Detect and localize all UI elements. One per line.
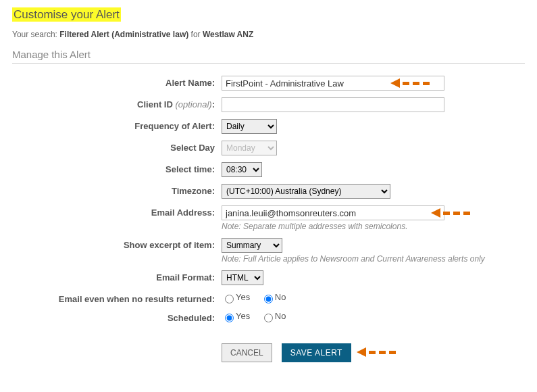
search-query: Filtered Alert (Administrative law) <box>59 30 188 39</box>
cancel-button[interactable]: CANCEL <box>222 343 272 362</box>
save-alert-button[interactable]: SAVE ALERT <box>282 343 351 362</box>
label-client-id: Client ID (optional): <box>12 97 222 109</box>
scheduled-no-radio[interactable] <box>264 314 273 322</box>
label-frequency: Frequency of Alert: <box>12 119 222 131</box>
excerpt-select[interactable]: Summary <box>222 238 282 253</box>
label-format: Email Format: <box>12 270 222 283</box>
label-select-day: Select Day <box>12 141 222 153</box>
no-results-no-label[interactable]: No <box>261 292 286 302</box>
scheduled-no-label[interactable]: No <box>261 311 286 321</box>
no-results-yes-radio[interactable] <box>225 295 234 303</box>
search-db: Westlaw ANZ <box>203 30 253 39</box>
label-no-results: Email even when no results returned: <box>12 292 222 304</box>
label-select-time: Select time: <box>12 162 222 174</box>
alert-name-input[interactable] <box>222 76 444 91</box>
page-title: Customise your Alert <box>12 7 121 22</box>
timezone-select[interactable]: (UTC+10:00) Australia (Sydney) <box>222 184 390 199</box>
client-id-input[interactable] <box>222 97 444 112</box>
scheduled-yes-label[interactable]: Yes <box>222 311 250 321</box>
label-timezone: Timezone: <box>12 184 222 196</box>
no-results-yes-label[interactable]: Yes <box>222 292 250 302</box>
no-results-radio-group: Yes No <box>222 292 525 303</box>
select-time-select[interactable]: 08:30 <box>222 162 262 177</box>
label-email: Email Address: <box>12 205 222 218</box>
alert-form-page: Customise your Alert Your search: Filter… <box>0 0 537 392</box>
label-excerpt: Show excerpt of item: <box>12 238 222 250</box>
email-note: Note: Separate multiple addresses with s… <box>222 222 525 231</box>
annotation-arrow-icon <box>357 347 396 357</box>
search-summary-line: Your search: Filtered Alert (Administrat… <box>12 30 525 39</box>
frequency-select[interactable]: Daily <box>222 119 277 134</box>
section-header: Manage this Alert <box>12 49 525 64</box>
page-title-bar: Customise your Alert <box>12 5 525 26</box>
label-alert-name: Alert Name: <box>12 76 222 88</box>
format-select[interactable]: HTML <box>222 270 263 285</box>
scheduled-radio-group: Yes No <box>222 311 525 322</box>
label-scheduled: Scheduled: <box>12 311 222 323</box>
excerpt-note: Note: Full Article applies to Newsroom a… <box>222 254 525 264</box>
search-prefix: Your search: <box>12 30 57 39</box>
search-for: for <box>191 30 201 39</box>
no-results-no-radio[interactable] <box>264 295 273 303</box>
scheduled-yes-radio[interactable] <box>225 314 234 322</box>
select-day-select: Monday <box>222 141 277 155</box>
email-input[interactable] <box>222 205 444 220</box>
